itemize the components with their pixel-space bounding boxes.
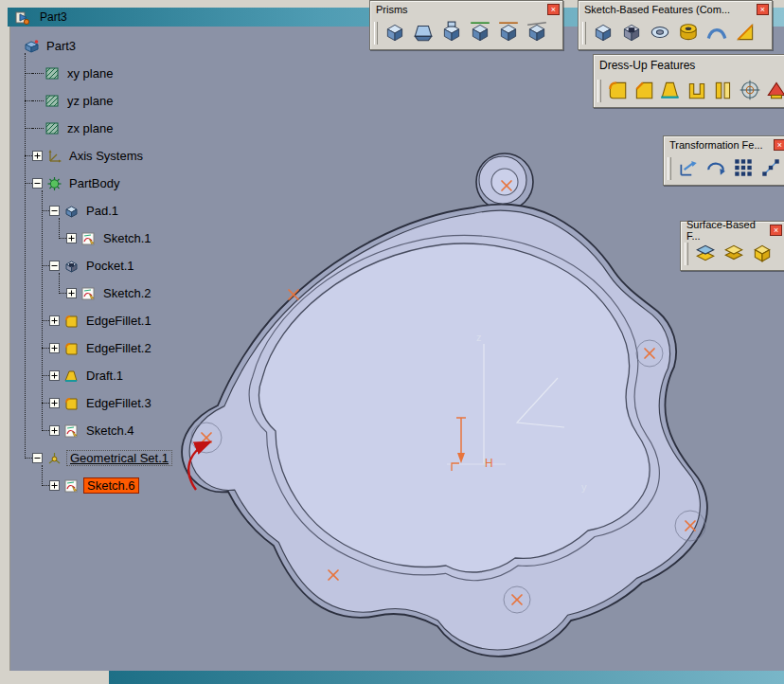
edge-fillet-icon[interactable]: [606, 78, 629, 102]
expand-icon[interactable]: [49, 315, 60, 326]
thickness-icon[interactable]: [712, 78, 735, 102]
expand-icon[interactable]: [66, 233, 77, 243]
tree-item-edgefillet-2[interactable]: EdgeFillet.2: [9, 334, 284, 362]
pad-icon[interactable]: [383, 20, 407, 45]
pad-icon[interactable]: [62, 203, 80, 219]
geoset-icon[interactable]: [45, 450, 62, 466]
translation-icon[interactable]: [676, 155, 700, 180]
fillet-icon[interactable]: [62, 340, 80, 356]
part-icon[interactable]: [23, 38, 40, 54]
tree-item-sketch-4[interactable]: Sketch.4: [9, 417, 284, 444]
tree-item-edgefillet-3[interactable]: EdgeFillet.3: [9, 389, 284, 417]
partbody-icon[interactable]: [45, 175, 62, 191]
expand-icon[interactable]: [49, 425, 60, 436]
tree-item-label[interactable]: yz plane: [64, 94, 116, 108]
bottom-window-bar[interactable]: [109, 671, 784, 684]
multi-pad-icon[interactable]: [439, 20, 464, 45]
tree-item-sketch-1[interactable]: Sketch.1: [9, 225, 284, 252]
sketch-icon[interactable]: [62, 477, 80, 494]
tree-item-label[interactable]: Sketch.6: [83, 477, 139, 494]
close-icon[interactable]: ×: [770, 225, 782, 236]
toolbar-titlebar[interactable]: Dress-Up Features: [594, 55, 784, 75]
pattern-icon[interactable]: [732, 155, 756, 180]
pad-icon[interactable]: [591, 20, 615, 45]
collapse-icon[interactable]: [32, 453, 43, 463]
toolbar-titlebar[interactable]: Surface-Based F...×: [681, 222, 784, 238]
pad-up-to-next-icon[interactable]: [468, 20, 492, 45]
close-icon[interactable]: ×: [547, 4, 560, 15]
expand-icon[interactable]: [49, 398, 60, 408]
thread-tap-icon[interactable]: [739, 78, 761, 102]
sketch-icon[interactable]: [80, 230, 97, 246]
scaling-icon[interactable]: [759, 155, 783, 180]
sketch-icon[interactable]: [80, 285, 97, 301]
tree-item-yz-plane[interactable]: yz plane: [9, 87, 284, 115]
collapse-icon[interactable]: [49, 206, 60, 216]
pocket-icon[interactable]: [62, 258, 80, 274]
split-icon[interactable]: [693, 241, 718, 265]
groove-icon[interactable]: [648, 20, 672, 45]
rotation-icon[interactable]: [704, 155, 727, 180]
toolbar-titlebar[interactable]: Transformation Fe...×: [664, 136, 784, 153]
tree-item-xy-plane[interactable]: xy plane: [9, 60, 284, 87]
fillet-icon[interactable]: [62, 395, 80, 411]
pocket-icon[interactable]: [619, 20, 644, 45]
tree-item-pocket-1[interactable]: Pocket.1: [9, 252, 284, 279]
thick-surface-icon[interactable]: [722, 241, 746, 265]
toolbar-titlebar[interactable]: Sketch-Based Features (Com...×: [579, 1, 772, 17]
toolbar-titlebar[interactable]: Prisms×: [370, 1, 562, 17]
pad-up-to-plane-icon[interactable]: [525, 20, 549, 45]
tree-item-sketch-6[interactable]: Sketch.6: [9, 472, 284, 499]
sketch-icon[interactable]: [62, 423, 80, 439]
hole-icon[interactable]: [676, 20, 701, 45]
draft-icon[interactable]: [62, 368, 80, 384]
axis-systems-icon[interactable]: [45, 148, 62, 164]
tree-item-axis-systems[interactable]: Axis Systems: [9, 142, 284, 170]
expand-icon[interactable]: [49, 370, 60, 381]
expand-icon[interactable]: [66, 288, 77, 298]
plane-icon[interactable]: [44, 93, 61, 109]
tree-item-pad-1[interactable]: Pad.1: [9, 197, 284, 225]
tree-item-draft-1[interactable]: Draft.1: [9, 362, 284, 389]
tree-item-label[interactable]: Part3: [44, 39, 79, 53]
tree-item-label[interactable]: Axis Systems: [66, 149, 146, 163]
tree-item-label[interactable]: Sketch.1: [100, 231, 154, 245]
pad-up-to-last-icon[interactable]: [496, 20, 521, 45]
tree-item-sketch-2[interactable]: Sketch.2: [9, 279, 284, 307]
expand-icon[interactable]: [32, 151, 43, 161]
collapse-icon[interactable]: [32, 178, 43, 189]
plane-icon[interactable]: [44, 65, 61, 81]
remove-face-icon[interactable]: [765, 78, 784, 102]
tree-item-label[interactable]: Sketch.4: [83, 423, 137, 438]
tree-item-label[interactable]: Pad.1: [83, 204, 121, 218]
expand-icon[interactable]: [49, 343, 60, 353]
tree-item-geometrical-set-1[interactable]: Geometrical Set.1: [9, 444, 284, 472]
fillet-icon[interactable]: [62, 313, 80, 329]
stiffener-icon[interactable]: [733, 20, 757, 45]
tree-item-label[interactable]: xy plane: [64, 66, 116, 81]
draft-angle-icon[interactable]: [659, 78, 682, 102]
tree-item-label[interactable]: Geometrical Set.1: [66, 450, 172, 466]
tree-item-label[interactable]: Pocket.1: [83, 259, 137, 273]
chamfer-icon[interactable]: [633, 78, 655, 102]
tree-item-label[interactable]: zx plane: [64, 121, 116, 135]
collapse-icon[interactable]: [49, 261, 60, 271]
tree-item-label[interactable]: EdgeFillet.1: [83, 314, 154, 328]
close-icon[interactable]: ×: [757, 4, 769, 15]
tree-item-partbody[interactable]: PartBody: [9, 170, 284, 197]
rib-icon[interactable]: [704, 20, 729, 45]
tree-item-edgefillet-1[interactable]: EdgeFillet.1: [9, 307, 284, 334]
tree-item-label[interactable]: Draft.1: [83, 369, 126, 383]
drafted-filleted-pad-icon[interactable]: [411, 20, 436, 45]
tree-item-part3[interactable]: Part3: [9, 32, 284, 60]
plane-icon[interactable]: [44, 120, 61, 136]
tree-item-label[interactable]: EdgeFillet.3: [83, 396, 154, 410]
tree-item-label[interactable]: EdgeFillet.2: [83, 341, 154, 355]
model-top-boss-hole[interactable]: [491, 169, 518, 195]
tree-item-zx-plane[interactable]: zx plane: [9, 115, 284, 142]
shell-icon[interactable]: [686, 78, 708, 102]
close-surface-icon[interactable]: [750, 241, 775, 265]
tree-item-label[interactable]: PartBody: [66, 176, 122, 190]
close-icon[interactable]: ×: [774, 139, 784, 151]
expand-icon[interactable]: [49, 480, 60, 491]
